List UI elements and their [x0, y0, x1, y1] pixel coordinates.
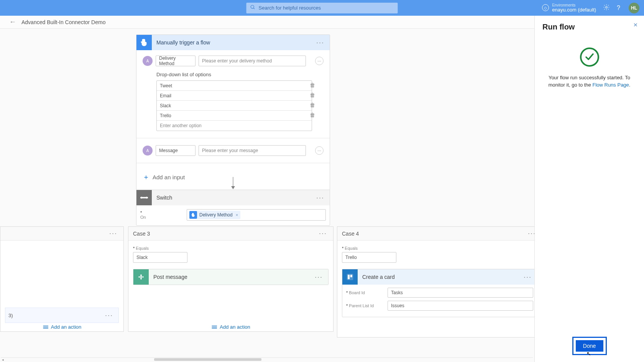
flow-runs-link[interactable]: Flow Runs Page: [592, 82, 629, 88]
case-card-3: Case 3 ··· * Equals Slack Post message ·…: [128, 226, 334, 332]
success-check-icon: [580, 48, 599, 67]
success-message: Your flow run successfully started. To m…: [542, 74, 636, 89]
svg-rect-9: [348, 275, 350, 279]
input-more-icon[interactable]: ···: [315, 57, 324, 65]
switch-on-value[interactable]: Delivery Method ×: [187, 209, 326, 221]
token-icon: [189, 211, 197, 219]
trigger-title: Manually trigger a flow: [156, 39, 315, 46]
run-flow-panel: Run flow ✕ Your flow run successfully st…: [534, 16, 644, 362]
search-placeholder: Search for helpful resources: [259, 5, 321, 11]
board-id-label: * Board Id: [346, 290, 388, 295]
add-action-button[interactable]: Add an action: [43, 324, 82, 330]
add-action-label: Add an action: [220, 324, 250, 330]
input-name-delivery-method[interactable]: Delivery Method: [156, 56, 196, 66]
avatar[interactable]: HL: [629, 3, 639, 13]
action-header[interactable]: Create a card ···: [342, 269, 537, 285]
switch-icon: [136, 190, 152, 205]
delivery-method-token: Delivery Method ×: [189, 211, 240, 219]
action-partial-title: 3): [8, 313, 13, 318]
input-more-icon[interactable]: ···: [315, 146, 324, 155]
cursor-icon: ↖: [586, 351, 591, 357]
help-icon[interactable]: ?: [617, 5, 620, 11]
action-more-icon[interactable]: ···: [104, 310, 115, 321]
action-card-trello: Create a card ··· * Board Id Tasks * Par…: [342, 269, 537, 317]
action-more-icon[interactable]: ···: [522, 272, 533, 283]
option-trello[interactable]: Trello: [157, 111, 312, 121]
delete-icon[interactable]: 🗑: [310, 82, 315, 88]
svg-marker-4: [231, 186, 235, 189]
add-action-button[interactable]: Add an action: [211, 324, 250, 330]
input-row-delivery-method: A Delivery Method Please enter your deli…: [143, 56, 324, 66]
partial-action-card[interactable]: 3) ···: [5, 308, 119, 323]
svg-point-6: [141, 197, 143, 199]
option-blank[interactable]: Enter another option: [157, 121, 312, 131]
case-more-icon[interactable]: ···: [108, 228, 119, 239]
case-title: Case 3: [133, 231, 150, 237]
dropdown-options-label: Drop-down list of options: [156, 72, 324, 77]
equals-value-input[interactable]: Slack: [133, 252, 187, 263]
board-id-row: * Board Id Tasks: [346, 288, 533, 298]
switch-on-label: * On: [140, 210, 148, 219]
delete-icon[interactable]: 🗑: [310, 92, 315, 98]
slack-icon: [133, 269, 149, 285]
parent-list-id-input[interactable]: Issues: [388, 301, 533, 311]
input-placeholder-delivery-method[interactable]: Please enter your delivery method: [199, 56, 306, 66]
search-icon: [250, 5, 256, 11]
equals-value-input[interactable]: Trello: [342, 252, 396, 263]
panel-title: Run flow: [542, 23, 636, 31]
parent-list-id-row: * Parent List Id Issues: [346, 301, 533, 311]
plus-icon: ＋: [143, 172, 150, 182]
svg-rect-10: [350, 275, 352, 277]
back-arrow-icon[interactable]: ←: [9, 18, 16, 26]
text-input-badge-icon: A: [143, 56, 153, 66]
case-header[interactable]: Case 4 ···: [337, 227, 542, 241]
options-list: Tweet Email Slack Trello Enter another o…: [156, 80, 312, 131]
case-more-icon[interactable]: ···: [317, 228, 329, 239]
equals-label: * Equals: [133, 246, 329, 251]
environment-icon: ◇: [542, 4, 549, 11]
board-id-input[interactable]: Tasks: [388, 288, 533, 298]
option-slack[interactable]: Slack: [157, 101, 312, 111]
case-card-4: Case 4 ··· * Equals Trello Create a card…: [337, 226, 542, 337]
option-email[interactable]: Email: [157, 91, 312, 101]
switch-title: Switch: [156, 195, 315, 201]
connector-arrow: [233, 177, 233, 188]
token-remove-icon[interactable]: ×: [236, 213, 238, 217]
close-icon[interactable]: ✕: [633, 22, 638, 28]
action-header[interactable]: Post message ···: [133, 269, 328, 285]
search-box[interactable]: Search for helpful resources: [246, 3, 398, 13]
input-placeholder-message[interactable]: Please enter your message: [199, 145, 306, 156]
delete-icon[interactable]: 🗑: [310, 102, 315, 108]
add-input-label: Add an input: [153, 174, 185, 180]
input-name-message[interactable]: Message: [156, 145, 196, 156]
input-row-message: A Message Please enter your message ···: [143, 145, 324, 156]
done-button[interactable]: Done: [576, 340, 603, 352]
svg-point-0: [251, 5, 254, 8]
trigger-header[interactable]: Manually trigger a flow ···: [136, 35, 330, 50]
option-tweet[interactable]: Tweet: [157, 81, 312, 91]
gear-icon[interactable]: [603, 4, 610, 12]
environment-selector[interactable]: ◇ Environments enayu.com (default): [542, 3, 596, 13]
svg-line-1: [253, 8, 255, 9]
divider: [136, 138, 330, 138]
add-action-label: Add an action: [51, 324, 82, 330]
trigger-more-icon[interactable]: ···: [315, 37, 326, 48]
action-card-slack: Post message ···: [133, 269, 329, 285]
delete-icon[interactable]: 🗑: [310, 112, 315, 118]
manual-trigger-icon: [136, 35, 152, 50]
case-header[interactable]: Case 3 ···: [128, 227, 333, 241]
action-title: Create a card: [362, 274, 522, 280]
equals-label: * Equals: [342, 246, 537, 251]
horizontal-scrollbar[interactable]: ◂: [1, 357, 533, 361]
scroll-left-icon[interactable]: ◂: [1, 358, 5, 362]
top-bar: Search for helpful resources ◇ Environme…: [0, 0, 644, 16]
switch-more-icon[interactable]: ···: [315, 192, 326, 203]
action-more-icon[interactable]: ···: [313, 272, 324, 283]
top-right-group: ◇ Environments enayu.com (default) ? HL: [542, 3, 639, 13]
scroll-thumb[interactable]: [154, 358, 261, 361]
switch-card: Switch ··· * On Delivery Method ×: [136, 190, 330, 226]
switch-header[interactable]: Switch ···: [136, 190, 330, 205]
case-header[interactable]: ···: [0, 227, 123, 241]
page-title: Advanced Built-In Connector Demo: [21, 19, 105, 25]
parent-list-id-label: * Parent List Id: [346, 303, 388, 308]
